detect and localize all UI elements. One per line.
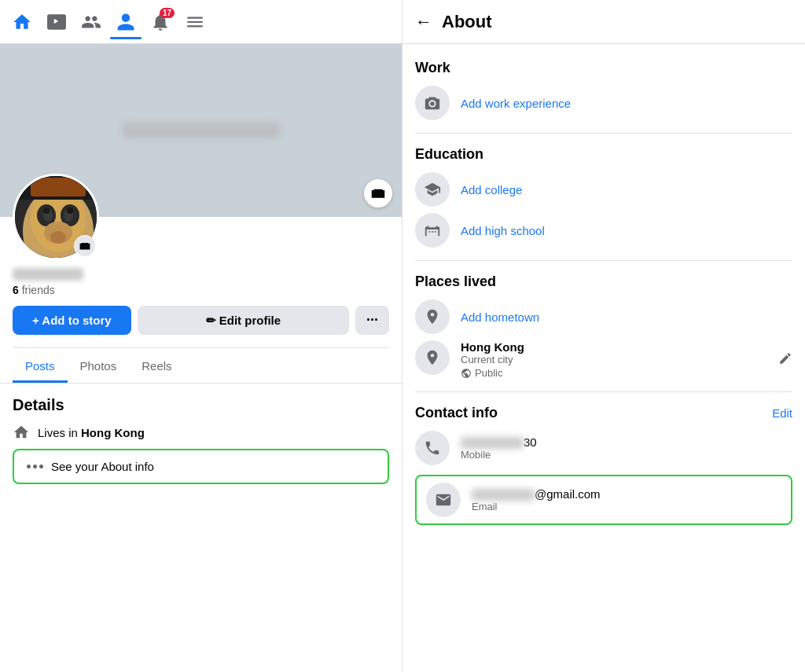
current-city-info: Hong Kong Current city Public bbox=[461, 340, 767, 379]
add-to-story-button[interactable]: + Add to story bbox=[13, 306, 131, 335]
add-hometown-label: Add hometown bbox=[461, 310, 539, 324]
college-icon-circle bbox=[415, 172, 450, 207]
current-city-sub: Current city bbox=[461, 354, 767, 365]
add-work-label: Add work experience bbox=[461, 97, 571, 110]
video-nav-icon[interactable] bbox=[41, 6, 72, 38]
username-blurred bbox=[13, 268, 83, 281]
profile-tabs: Posts Photos Reels bbox=[0, 348, 402, 384]
edit-profile-button[interactable]: ✏ Edit profile bbox=[138, 306, 349, 335]
menu-nav-icon[interactable] bbox=[179, 6, 211, 38]
current-city-icon-circle bbox=[415, 340, 450, 375]
tab-reels[interactable]: Reels bbox=[129, 351, 184, 383]
add-college-item[interactable]: Add college bbox=[415, 172, 792, 207]
svg-point-10 bbox=[67, 207, 73, 214]
notifications-badge: 17 bbox=[160, 8, 175, 18]
add-college-label: Add college bbox=[461, 183, 522, 196]
profile-section: 6 friends + Add to story ✏ Edit profile … bbox=[0, 174, 402, 348]
details-section: Details Lives in Hong Kong See your Abou… bbox=[0, 384, 402, 500]
home-nav-icon[interactable] bbox=[6, 6, 38, 38]
education-divider bbox=[415, 260, 792, 261]
work-section: Work Add work experience bbox=[415, 60, 792, 120]
friends-nav-icon[interactable] bbox=[75, 6, 107, 38]
contact-edit-button[interactable]: Edit bbox=[772, 406, 792, 420]
see-about-box[interactable]: See your About info bbox=[13, 449, 389, 484]
home-detail-icon bbox=[13, 424, 30, 441]
current-city-privacy: Public bbox=[461, 367, 767, 379]
phone-item: 30 Mobile bbox=[415, 431, 792, 465]
hometown-icon-circle bbox=[415, 299, 450, 334]
profile-nav-icon[interactable] bbox=[110, 6, 142, 38]
email-label: Email bbox=[472, 501, 781, 512]
places-section: Places lived Add hometown Hong Kong Curr… bbox=[415, 274, 792, 379]
edit-city-button[interactable] bbox=[778, 351, 792, 369]
svg-rect-12 bbox=[31, 178, 86, 196]
education-title: Education bbox=[415, 146, 792, 163]
lives-in-item: Lives in Hong Kong bbox=[13, 424, 389, 441]
current-city-name: Hong Kong bbox=[461, 340, 767, 354]
details-title: Details bbox=[13, 396, 389, 414]
globe-icon bbox=[461, 368, 472, 379]
add-hometown-item[interactable]: Add hometown bbox=[415, 299, 792, 334]
highschool-icon-circle bbox=[415, 213, 450, 248]
phone-blurred bbox=[461, 437, 524, 449]
places-divider bbox=[415, 391, 792, 392]
add-highschool-label: Add high school bbox=[461, 224, 545, 237]
action-buttons: + Add to story ✏ Edit profile ··· bbox=[13, 306, 389, 348]
avatar-camera-button[interactable] bbox=[74, 235, 96, 257]
email-info: @gmail.com Email bbox=[472, 487, 781, 513]
email-item-box: @gmail.com Email bbox=[415, 475, 792, 525]
contact-header: Contact info Edit bbox=[415, 405, 792, 421]
avatar-wrap bbox=[13, 174, 99, 260]
dots-icon bbox=[27, 465, 43, 468]
education-section: Education Add college Add high school bbox=[415, 146, 792, 248]
phone-icon-circle bbox=[415, 431, 450, 465]
notifications-nav-icon[interactable]: 17 bbox=[145, 6, 176, 38]
briefcase-icon-circle bbox=[415, 86, 450, 120]
about-panel: Work Add work experience Education Add c… bbox=[402, 44, 805, 672]
tab-posts[interactable]: Posts bbox=[13, 351, 68, 383]
more-options-button[interactable]: ··· bbox=[355, 306, 389, 335]
friends-count: 6 friends bbox=[13, 284, 389, 296]
tab-photos[interactable]: Photos bbox=[68, 351, 130, 383]
current-city-item: Hong Kong Current city Public bbox=[415, 340, 792, 379]
email-blurred bbox=[472, 489, 535, 501]
phone-value: 30 bbox=[461, 435, 792, 450]
work-title: Work bbox=[415, 60, 792, 76]
back-arrow-icon[interactable]: ← bbox=[415, 12, 432, 32]
work-divider bbox=[415, 133, 792, 134]
phone-label: Mobile bbox=[461, 449, 792, 461]
email-value: @gmail.com bbox=[472, 487, 781, 501]
svg-point-8 bbox=[50, 231, 66, 244]
add-highschool-item[interactable]: Add high school bbox=[415, 213, 792, 248]
contact-section: Contact info Edit 30 Mobile bbox=[415, 405, 792, 525]
phone-info: 30 Mobile bbox=[461, 435, 792, 461]
add-work-item[interactable]: Add work experience bbox=[415, 86, 792, 120]
email-icon-circle bbox=[426, 483, 461, 517]
see-about-label: See your About info bbox=[51, 460, 154, 473]
lives-in-text: Lives in Hong Kong bbox=[38, 426, 145, 439]
about-page-title: About bbox=[442, 12, 492, 32]
svg-point-9 bbox=[43, 207, 50, 214]
contact-title: Contact info bbox=[415, 405, 498, 421]
places-title: Places lived bbox=[415, 274, 792, 290]
